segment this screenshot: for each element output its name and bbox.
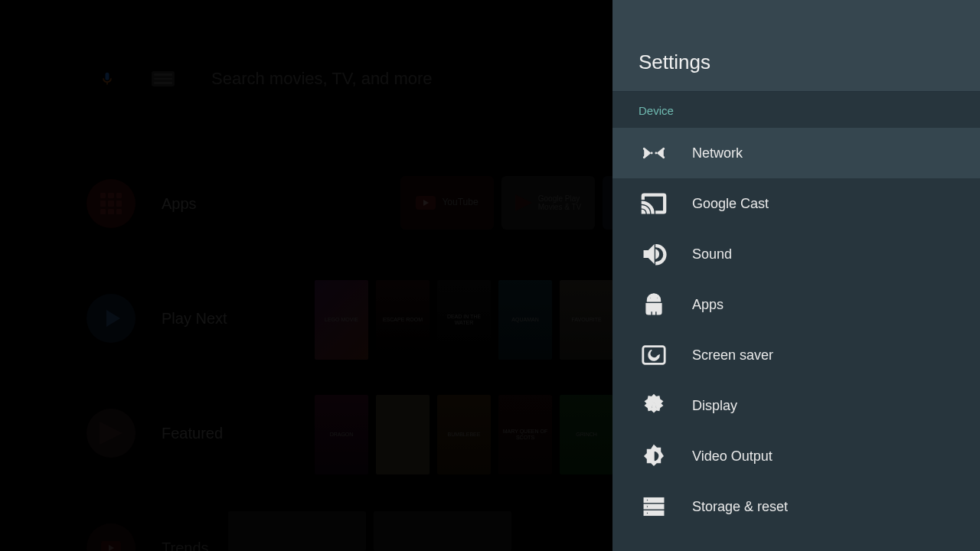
featured-posters: DRAGON BUMBLEBEE MARY QUEEN OF SCOTS GRI…: [315, 395, 613, 474]
menu-item-screen-saver[interactable]: Screen saver: [612, 330, 980, 380]
trends-posters: [228, 511, 511, 551]
poster[interactable]: [376, 395, 430, 474]
poster[interactable]: DEAD IN THE WATER: [437, 280, 491, 360]
menu-item-label: Apps: [692, 297, 724, 313]
play-next-posters: LEGO MOVIE ESCAPE ROOM DEAD IN THE WATER…: [315, 280, 613, 360]
menu-item-label: Sound: [692, 246, 732, 262]
mic-icon[interactable]: [100, 70, 115, 88]
row-play-next-label: Play Next: [162, 310, 227, 328]
menu-item-sound[interactable]: Sound: [612, 229, 980, 279]
play-movies-icon: [515, 194, 532, 211]
row-apps: Apps YouTube Google Play Movies & TV: [87, 179, 197, 228]
row-featured-label: Featured: [162, 425, 223, 442]
app-label: Google Play Movies & TV: [538, 194, 582, 211]
poster[interactable]: AQUAMAN: [498, 280, 552, 360]
menu-item-label: Video Output: [692, 448, 773, 465]
poster[interactable]: [374, 511, 511, 551]
svg-point-7: [646, 499, 648, 501]
storage-icon: [639, 494, 669, 520]
row-play-next: Play Next LEGO MOVIE ESCAPE ROOM DEAD IN…: [87, 294, 227, 343]
menu-item-storage-reset[interactable]: Storage & reset: [612, 481, 980, 532]
keyboard-icon[interactable]: [152, 71, 175, 86]
android-icon: [639, 292, 669, 318]
sound-icon: [639, 241, 669, 267]
cast-icon: [639, 191, 669, 217]
poster[interactable]: BUMBLEBEE: [437, 395, 491, 474]
menu-item-label: Google Cast: [692, 196, 769, 212]
search-bar[interactable]: Search movies, TV, and more: [100, 69, 433, 89]
row-apps-label: Apps: [162, 195, 197, 213]
app-tile-google-play-movies[interactable]: Google Play Movies & TV: [501, 176, 595, 230]
ethernet-icon: [639, 140, 669, 166]
poster[interactable]: LEGO MOVIE: [315, 280, 368, 360]
settings-title: Settings: [639, 51, 710, 74]
trends-icon[interactable]: [87, 523, 136, 551]
poster[interactable]: DRAGON: [315, 395, 368, 474]
svg-point-8: [646, 506, 648, 508]
app-label: YouTube: [442, 197, 478, 207]
menu-item-display[interactable]: A Display: [612, 380, 980, 431]
menu-item-google-cast[interactable]: Google Cast: [612, 178, 980, 229]
svg-point-9: [646, 512, 648, 514]
display-auto-icon: A: [639, 393, 669, 419]
row-featured: Featured DRAGON BUMBLEBEE MARY QUEEN OF …: [87, 409, 223, 458]
youtube-icon: [416, 196, 436, 210]
menu-item-label: Network: [692, 145, 743, 161]
search-placeholder: Search movies, TV, and more: [211, 69, 433, 89]
poster[interactable]: [228, 511, 366, 551]
settings-header: Settings: [612, 0, 980, 92]
row-trends-label: Trends: [162, 540, 209, 552]
screen-saver-icon: [639, 342, 669, 368]
menu-item-label: Display: [692, 398, 737, 414]
featured-icon[interactable]: [87, 409, 136, 458]
menu-item-video-output[interactable]: Video Output: [612, 431, 980, 481]
poster[interactable]: ESCAPE ROOM: [376, 280, 430, 360]
app-tile-youtube[interactable]: YouTube: [400, 176, 494, 230]
menu-item-label: Screen saver: [692, 347, 773, 364]
apps-icon[interactable]: [87, 179, 136, 228]
brightness-icon: [639, 443, 669, 469]
poster[interactable]: GRINCH: [560, 395, 613, 474]
svg-rect-2: [643, 347, 665, 364]
svg-text:A: A: [650, 399, 657, 411]
play-next-icon[interactable]: [87, 294, 136, 343]
poster[interactable]: FAVOURITE: [560, 280, 613, 360]
settings-section-device: Device: [612, 92, 980, 128]
row-trends: Trends: [87, 523, 209, 551]
menu-item-label: Storage & reset: [692, 499, 788, 515]
svg-point-0: [651, 152, 653, 155]
menu-item-apps[interactable]: Apps: [612, 279, 980, 330]
settings-menu: Network Google Cast Sound Apps: [612, 128, 980, 551]
svg-point-1: [655, 152, 657, 155]
settings-panel: Settings Device Network Google Cast S: [612, 0, 980, 551]
menu-item-network[interactable]: Network: [612, 128, 980, 178]
poster[interactable]: MARY QUEEN OF SCOTS: [498, 395, 552, 474]
